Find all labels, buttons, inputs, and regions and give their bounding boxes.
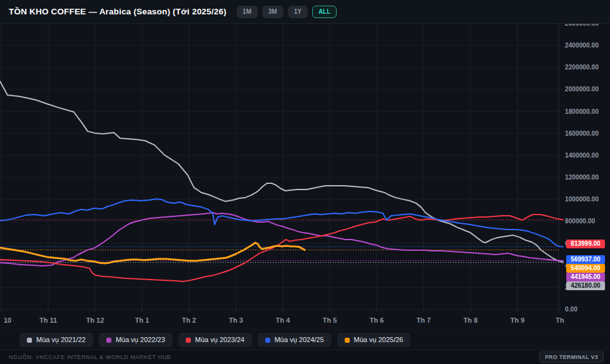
x-axis-tick-label: Th 1 bbox=[135, 316, 150, 324]
x-axis-tick-label: Th 11 bbox=[39, 316, 57, 324]
price-label-2021-22: 426180.00 bbox=[566, 281, 605, 290]
range-button-1y[interactable]: 1Y bbox=[288, 6, 308, 18]
terminal-version-badge: PRO TERMINAL V3 bbox=[539, 351, 604, 363]
legend-swatch-icon bbox=[27, 338, 32, 343]
legend-item-2025-26[interactable]: Mùa vụ 2025/26 bbox=[337, 333, 411, 346]
legend-label: Mùa vụ 2023/24 bbox=[195, 336, 245, 343]
x-axis-tick-label: Th 2 bbox=[182, 316, 196, 324]
legend-label: Mùa vụ 2021/22 bbox=[36, 336, 86, 343]
legend-label: Mùa vụ 2022/23 bbox=[116, 336, 165, 343]
price-label-2024-25: 569937.00 bbox=[566, 255, 605, 264]
legend: Mùa vụ 2021/22 Mùa vụ 2022/23 Mùa vụ 202… bbox=[0, 330, 610, 350]
legend-swatch-icon bbox=[186, 338, 191, 343]
legend-swatch-icon bbox=[265, 338, 270, 343]
x-axis-tick-label: Th 3 bbox=[229, 316, 243, 324]
source-text: NGUỒN: VNCCAFE INTERNAL & WORLD MARKET H… bbox=[9, 354, 171, 360]
y-axis-tick-label: 1000000.00 bbox=[565, 196, 599, 203]
legend-swatch-icon bbox=[345, 338, 350, 343]
legend-swatch-icon bbox=[106, 338, 111, 343]
price-label-2023-24: 813999.00 bbox=[566, 240, 605, 248]
footer-bar: NGUỒN: VNCCAFE INTERNAL & WORLD MARKET H… bbox=[0, 350, 610, 364]
x-axis-tick-label: Th 7 bbox=[417, 316, 431, 324]
legend-item-2023-24[interactable]: Mùa vụ 2023/24 bbox=[178, 333, 252, 346]
y-axis-tick-label: 2200000.00 bbox=[565, 64, 599, 71]
range-selector: 1M 3M 1Y ALL bbox=[236, 6, 337, 18]
x-axis-tick-label: Th 4 bbox=[276, 316, 290, 324]
y-axis-tick-label: 1400000.00 bbox=[565, 152, 599, 159]
x-axis-tick-label: Th 6 bbox=[370, 316, 384, 324]
series-line-0 bbox=[0, 81, 563, 263]
x-axis-tick-label: Th 12 bbox=[86, 316, 104, 324]
x-axis-tick-label: Th 9 bbox=[511, 316, 525, 324]
x-axis-tick-label: Th 8 bbox=[464, 316, 478, 324]
y-axis-tick-label: 2000000.00 bbox=[565, 86, 599, 93]
chart-canvas[interactable]: 0.00200000.00400000.00600000.00800000.00… bbox=[0, 24, 610, 330]
price-label-2025-26: 540094.00 bbox=[566, 264, 605, 273]
y-axis-tick-label: 1200000.00 bbox=[565, 174, 599, 181]
range-button-1m[interactable]: 1M bbox=[236, 6, 258, 18]
y-axis-tick-label: 1600000.00 bbox=[565, 130, 599, 137]
x-axis-tick-label: Th bbox=[556, 316, 564, 324]
legend-item-2022-23[interactable]: Mùa vụ 2022/23 bbox=[99, 333, 173, 346]
chart-area[interactable]: 0.00200000.00400000.00600000.00800000.00… bbox=[0, 24, 610, 330]
range-button-3m[interactable]: 3M bbox=[262, 6, 283, 18]
header-bar: TỒN KHO COFFEE — Arabica (Season) (Tới 2… bbox=[0, 0, 610, 24]
range-button-all[interactable]: ALL bbox=[312, 6, 337, 18]
y-axis-tick-label: 2600000.00 bbox=[565, 24, 599, 27]
x-axis-tick-label: 10 bbox=[4, 316, 11, 324]
y-axis-tick-label: 2400000.00 bbox=[565, 42, 599, 49]
x-axis-tick-label: Th 5 bbox=[323, 316, 337, 324]
price-label-2022-23: 441945.00 bbox=[566, 273, 605, 281]
y-axis-tick-label: 1800000.00 bbox=[565, 108, 599, 115]
legend-label: Mùa vụ 2025/26 bbox=[354, 336, 404, 343]
series-line-2 bbox=[0, 215, 563, 281]
legend-item-2021-22[interactable]: Mùa vụ 2021/22 bbox=[19, 333, 93, 346]
legend-label: Mùa vụ 2024/25 bbox=[275, 336, 324, 343]
legend-item-2024-25[interactable]: Mùa vụ 2024/25 bbox=[258, 333, 332, 346]
y-axis-tick-label: 0.00 bbox=[565, 306, 577, 313]
y-axis-tick-label: 800000.00 bbox=[565, 218, 595, 225]
page-title: TỒN KHO COFFEE — Arabica (Season) (Tới 2… bbox=[9, 7, 226, 16]
